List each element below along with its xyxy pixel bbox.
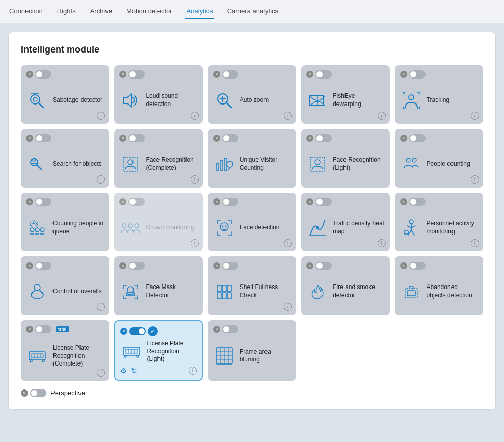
nav-item-rights[interactable]: Rights [56, 4, 77, 19]
module-card-fisheye: × FishEye dewarping i [301, 65, 389, 124]
svg-line-47 [411, 226, 415, 228]
nav-item-archive[interactable]: Archive [89, 4, 113, 19]
toggle-traffic-density[interactable]: × [306, 198, 332, 206]
module-label-face-recognition-complete: Face Recognition (Complete) [146, 156, 197, 172]
nav-item-connection[interactable]: Connection [8, 4, 44, 19]
toggle-frame-blurring[interactable]: × [213, 325, 238, 333]
svg-point-17 [128, 160, 133, 165]
svg-point-81 [137, 355, 139, 357]
card-bottom-actions: ⚙ ↻ i [120, 367, 196, 375]
module-label-face-recognition-light: Face Recognition (Light) [333, 156, 384, 172]
toggle-shelf-fullness[interactable]: × [213, 262, 238, 270]
svg-line-48 [408, 230, 411, 235]
nav-item-motion-detector[interactable]: Motion detector [125, 4, 173, 19]
info-btn-face-recognition-complete[interactable]: i [191, 175, 199, 184]
module-label-face-detection: Face detection [240, 224, 280, 232]
toggle-people-counting[interactable]: × [400, 134, 426, 142]
svg-point-73 [30, 360, 32, 362]
toggle-face-detection[interactable]: × [213, 198, 238, 206]
toggle-face-mask[interactable]: × [119, 262, 145, 270]
toggle-perspective[interactable]: × [21, 389, 46, 397]
module-card-license-plate-complete: × trial [21, 320, 109, 381]
crowd-monitoring-icon [119, 217, 142, 239]
modules-grid: × Sabotage detector i [21, 65, 483, 381]
toggle-face-recognition-light[interactable]: × [306, 134, 332, 142]
svg-point-44 [409, 220, 413, 224]
info-btn-traffic-density[interactable]: i [378, 239, 386, 247]
module-card-abandoned-objects: × Abandoned objects detection [395, 256, 483, 315]
license-plate-light-icon [120, 340, 143, 362]
toggle-control-overalls[interactable]: × [26, 262, 51, 270]
svg-line-7 [226, 102, 231, 108]
nav-item-analytics[interactable]: Analytics [185, 4, 214, 19]
module-label-auto-zoom: Auto zoom [240, 96, 269, 105]
counting-queue-icon: 1 2 3 [26, 217, 48, 239]
svg-rect-64 [407, 291, 415, 296]
module-card-auto-zoom: × Auto zoom i [208, 65, 296, 124]
module-card-traffic-density: × Traffic density heat map i [301, 193, 389, 251]
module-label-tracking: Tracking [427, 96, 450, 105]
toggle-tracking[interactable]: × [400, 70, 426, 79]
search-objects-icon [26, 153, 48, 175]
face-recognition-complete-icon [119, 153, 142, 175]
module-label-sabotage: Sabotage detector [52, 96, 102, 105]
toggle-auto-zoom[interactable]: × [213, 70, 238, 79]
info-btn-personnel-activity[interactable]: i [471, 239, 479, 247]
toggle-fire-smoke[interactable]: × [306, 262, 332, 270]
svg-rect-56 [126, 293, 135, 296]
toggle-fisheye[interactable]: × [306, 70, 332, 79]
module-card-license-plate-light: × ✓ [114, 320, 202, 381]
active-check-icon: ✓ [148, 326, 158, 336]
personnel-activity-icon [400, 217, 422, 239]
toggle-crowd-monitoring[interactable]: × [119, 198, 145, 206]
module-card-crowd-monitoring: × Crowd monitoring i [114, 193, 202, 251]
module-label-fire-smoke: Fire and smoke detector [333, 283, 384, 299]
module-card-personnel-activity: × Personnel activity monito [395, 193, 483, 251]
module-card-counting-queue: × 1 2 3 [21, 193, 109, 251]
toggle-abandoned-objects[interactable]: × [400, 262, 426, 270]
toggle-license-plate-complete[interactable]: × [26, 325, 51, 333]
toggle-face-recognition-complete[interactable]: × [119, 134, 145, 142]
svg-point-38 [135, 224, 139, 228]
module-label-fisheye: FishEye dewarping [333, 92, 384, 108]
info-btn-fisheye[interactable]: i [378, 112, 386, 120]
svg-point-41 [225, 225, 226, 227]
svg-point-40 [222, 225, 223, 227]
toggle-unique-visitor[interactable]: × [213, 134, 238, 142]
refresh-icon[interactable]: ↻ [131, 367, 137, 375]
info-btn-loud-sound[interactable]: i [191, 112, 199, 120]
nav-item-camera-analytics[interactable]: Camera analytics [226, 4, 279, 19]
info-btn-tracking[interactable]: i [471, 112, 479, 120]
info-btn-people-counting[interactable]: i [471, 175, 479, 184]
svg-point-12 [409, 95, 414, 100]
toggle-loud-sound[interactable]: × [119, 70, 145, 79]
module-card-control-overalls: × Control of overalls i [21, 256, 109, 315]
svg-line-46 [407, 226, 411, 228]
svg-rect-61 [222, 293, 226, 299]
perspective-label: Perspective [50, 389, 85, 397]
page-title: Intelligent module [21, 44, 483, 55]
face-mask-icon [119, 280, 142, 303]
toggle-sabotage[interactable]: × [26, 70, 51, 79]
toggle-search-objects[interactable]: × [26, 134, 51, 142]
toggle-personnel-activity[interactable]: × [400, 198, 426, 206]
info-btn-crowd-monitoring[interactable]: i [191, 239, 199, 247]
toggle-counting-queue[interactable]: × [26, 198, 51, 206]
svg-line-49 [411, 230, 414, 235]
trial-badge: trial [56, 326, 69, 332]
module-label-license-plate-light: License Plate Recognition (Light) [147, 340, 196, 363]
info-btn-license-plate-light[interactable]: i [189, 367, 197, 375]
settings-icon[interactable]: ⚙ [120, 367, 127, 375]
nav-bar: Connection Rights Archive Motion detecto… [0, 0, 504, 23]
fisheye-icon [306, 89, 329, 112]
svg-point-24 [315, 160, 320, 165]
module-label-loud-sound: Loud sound detection [146, 92, 197, 108]
svg-point-42 [316, 226, 319, 229]
module-card-face-detection: × Face detecti [208, 193, 296, 251]
svg-line-15 [37, 165, 41, 169]
svg-rect-60 [217, 293, 221, 299]
toggle-license-plate-light[interactable]: × [120, 327, 146, 335]
sabotage-icon [26, 89, 48, 112]
svg-rect-58 [222, 285, 226, 292]
module-label-traffic-density: Traffic density heat map [333, 220, 384, 236]
